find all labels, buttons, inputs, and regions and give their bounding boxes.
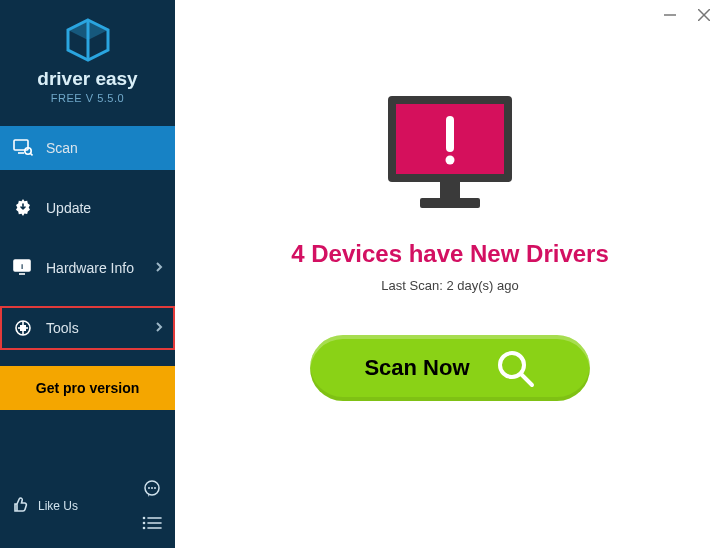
sidebar-bottom-right xyxy=(141,478,163,534)
close-icon xyxy=(698,9,710,21)
svg-text:i: i xyxy=(21,262,23,271)
svg-rect-17 xyxy=(20,325,26,331)
svg-rect-30 xyxy=(440,182,460,198)
sidebar-spacer xyxy=(0,410,175,468)
svg-point-22 xyxy=(143,517,146,520)
app-window: driver easy FREE V 5.5.0 Scan xyxy=(0,0,725,548)
svg-point-21 xyxy=(154,487,156,489)
sidebar-item-scan[interactable]: Scan xyxy=(0,126,175,170)
chevron-right-icon xyxy=(155,320,163,336)
get-pro-label: Get pro version xyxy=(36,380,139,396)
get-pro-button[interactable]: Get pro version xyxy=(0,366,175,410)
sidebar-item-label: Tools xyxy=(46,320,79,336)
sidebar: driver easy FREE V 5.5.0 Scan xyxy=(0,0,175,548)
svg-point-26 xyxy=(143,527,146,530)
window-controls xyxy=(663,8,711,22)
scan-now-button[interactable]: Scan Now xyxy=(310,335,590,401)
menu-list-icon xyxy=(142,516,162,530)
like-us-label: Like Us xyxy=(38,499,78,513)
last-scan-text: Last Scan: 2 day(s) ago xyxy=(381,278,518,293)
sidebar-item-tools[interactable]: Tools xyxy=(0,306,175,350)
sidebar-item-label: Scan xyxy=(46,140,78,156)
monitor-search-icon xyxy=(12,137,34,159)
brand-logo-icon xyxy=(64,18,112,62)
svg-point-33 xyxy=(446,156,455,165)
svg-rect-31 xyxy=(420,198,480,208)
menu-button[interactable] xyxy=(141,512,163,534)
feedback-button[interactable] xyxy=(141,478,163,500)
sidebar-item-hardware[interactable]: i Hardware Info xyxy=(0,246,175,290)
svg-line-10 xyxy=(30,153,32,155)
monitor-info-icon: i xyxy=(12,257,34,279)
thumbs-up-icon xyxy=(12,496,30,517)
scan-now-label: Scan Now xyxy=(364,355,469,381)
tools-icon xyxy=(12,317,34,339)
chevron-right-icon xyxy=(155,260,163,276)
minimize-button[interactable] xyxy=(663,8,677,22)
status-headline: 4 Devices have New Drivers xyxy=(291,240,609,268)
svg-point-19 xyxy=(148,487,150,489)
sidebar-item-label: Update xyxy=(46,200,91,216)
main-panel: 4 Devices have New Drivers Last Scan: 2 … xyxy=(175,0,725,548)
sidebar-nav: Scan Update i xyxy=(0,126,175,410)
minimize-icon xyxy=(664,9,676,21)
svg-point-20 xyxy=(151,487,153,489)
gear-download-icon xyxy=(12,197,34,219)
like-us-button[interactable]: Like Us xyxy=(12,496,78,517)
svg-point-24 xyxy=(143,522,146,525)
sidebar-bottom: Like Us xyxy=(0,468,175,548)
monitor-alert-icon xyxy=(370,90,530,220)
brand-version: FREE V 5.5.0 xyxy=(0,92,175,104)
svg-line-35 xyxy=(521,374,532,385)
sidebar-item-update[interactable]: Update xyxy=(0,186,175,230)
brand-block: driver easy FREE V 5.5.0 xyxy=(0,0,175,120)
close-button[interactable] xyxy=(697,8,711,22)
speech-bubble-icon xyxy=(142,479,162,499)
brand-name: driver easy xyxy=(0,68,175,90)
magnifier-icon xyxy=(494,347,536,389)
sidebar-item-label: Hardware Info xyxy=(46,260,134,276)
